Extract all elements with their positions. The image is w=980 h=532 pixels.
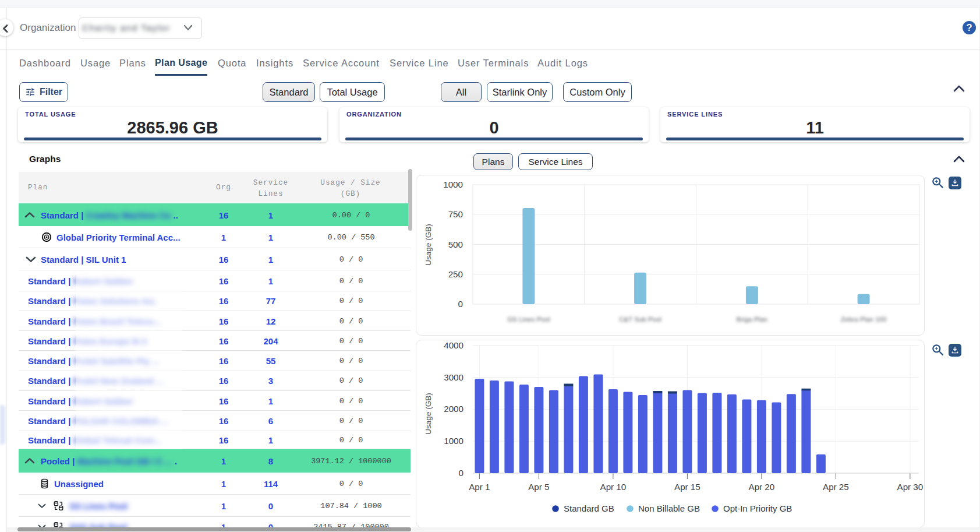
svg-text:Standard GB: Standard GB bbox=[564, 503, 614, 513]
svg-text:Apr 10: Apr 10 bbox=[600, 482, 627, 492]
svg-text:0: 0 bbox=[459, 468, 464, 478]
svg-text:250: 250 bbox=[448, 269, 463, 279]
svg-text:0: 0 bbox=[458, 299, 463, 309]
svg-text:4000: 4000 bbox=[444, 340, 464, 350]
svg-text:2000: 2000 bbox=[444, 404, 464, 414]
svg-text:Apr 15: Apr 15 bbox=[674, 482, 700, 492]
svg-text:500: 500 bbox=[448, 239, 463, 249]
svg-text:Apr 20: Apr 20 bbox=[749, 482, 775, 492]
svg-text:Apr 25: Apr 25 bbox=[823, 482, 849, 492]
svg-text:3000: 3000 bbox=[444, 372, 464, 382]
svg-text:1000: 1000 bbox=[444, 436, 464, 446]
svg-text:Usage (GB): Usage (GB) bbox=[424, 224, 433, 265]
svg-text:750: 750 bbox=[448, 209, 463, 219]
svg-text:1000: 1000 bbox=[443, 179, 463, 189]
svg-text:Briga Plan: Briga Plan bbox=[737, 316, 767, 323]
svg-text:Opt-In Priority GB: Opt-In Priority GB bbox=[723, 503, 792, 513]
svg-text:Usage (GB): Usage (GB) bbox=[424, 393, 433, 434]
svg-text:Apr 5: Apr 5 bbox=[528, 482, 549, 492]
svg-text:Non Billable GB: Non Billable GB bbox=[638, 503, 700, 513]
svg-text:C&T Sub Pool: C&T Sub Pool bbox=[619, 316, 661, 323]
svg-text:Apr 30: Apr 30 bbox=[897, 482, 924, 492]
svg-text:Apr 1: Apr 1 bbox=[469, 482, 490, 492]
svg-text:GS Lines Pool: GS Lines Pool bbox=[507, 316, 550, 323]
svg-text:Zebra Plan 100: Zebra Plan 100 bbox=[841, 316, 887, 323]
